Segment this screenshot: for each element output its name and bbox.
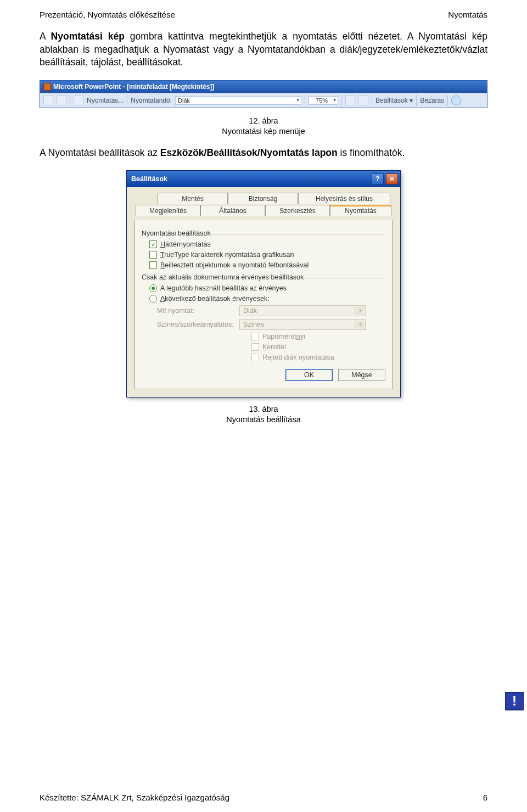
tab-panel-nyomtatas: Nyomtatási beállítások ✓ Háttérnyomtatás…	[134, 220, 393, 389]
dialog-close-button[interactable]: ✕	[386, 173, 398, 184]
printer-icon[interactable]	[74, 96, 83, 105]
help-icon[interactable]	[451, 96, 461, 105]
close-button[interactable]: Bezárás	[420, 97, 444, 104]
radio-following-row[interactable]: Akövetkező beállítások érvényesek:	[149, 295, 385, 303]
powerpoint-icon	[43, 83, 51, 91]
figure-13-caption: 13. ábra Nyomtatás beállítása	[40, 404, 487, 425]
tab-helyesiras[interactable]: Helyesírás és stílus	[298, 193, 390, 204]
tab-altalanos[interactable]: Általános	[200, 205, 265, 216]
powerpoint-titlebar: Microsoft PowerPoint - [mintafeladat [Me…	[40, 81, 487, 93]
tab-nyomtatas[interactable]: Nyomtatás	[330, 205, 391, 216]
combo-szines: Színes▾	[239, 319, 366, 330]
checkbox-embedded-objects-row[interactable]: Beillesztett objektumok a nyomtató felbo…	[149, 261, 385, 269]
checkbox-background-print-row[interactable]: ✓ Háttérnyomtatás	[149, 240, 385, 248]
print-button[interactable]: Nyomtatás...	[87, 97, 124, 104]
dialog-tabs: Mentés Biztonság Helyesírás és stílus Me…	[134, 193, 393, 220]
radio-last-used[interactable]	[149, 284, 157, 292]
checkbox-truetype-row[interactable]: TrueType karakterek nyomtatása grafikusa…	[149, 251, 385, 259]
cancel-button[interactable]: Mégse	[338, 369, 385, 381]
footer-left: Készítette: SZÁMALK Zrt, Szakképzési Iga…	[40, 793, 229, 802]
row-mit-nyomtat: Mit nyomtat: Diák▾	[157, 305, 385, 316]
settings-button[interactable]: Beállítások ▾	[375, 97, 413, 104]
tab-szerkesztes[interactable]: Szerkesztés	[265, 205, 330, 216]
tab-megjelenites[interactable]: Megjelenítés	[136, 205, 200, 216]
page-header-left: Prezentáció, Nyomtatás előkészítése	[40, 10, 175, 19]
radio-following[interactable]	[149, 295, 157, 303]
options-dialog: Beállítások ? ✕ Mentés Biztonság Helyesí…	[126, 170, 401, 397]
ok-button[interactable]: OK	[285, 369, 333, 381]
checkbox-papersize	[251, 333, 259, 340]
powerpoint-preview-window: Microsoft PowerPoint - [mintafeladat [Me…	[40, 80, 487, 108]
attention-icon: !	[505, 692, 524, 710]
toolbar-icon-prev[interactable]	[43, 96, 53, 105]
checkbox-hidden-slides-row: Rejtett diák nyomtatása	[251, 354, 385, 361]
group-doc-settings: Csak az aktuális dokumentumra érvényes b…	[142, 273, 385, 281]
radio-last-used-row[interactable]: A legutóbb használt beállítás az érvénye…	[149, 284, 385, 292]
checkbox-frame-row: Kerettel	[251, 343, 385, 351]
paragraph-1: A Nyomtatási kép gombra kattintva megtek…	[40, 30, 487, 69]
tab-biztonsag[interactable]: Biztonság	[228, 193, 298, 204]
dialog-help-button[interactable]: ?	[372, 173, 384, 184]
toolbar-icon-next[interactable]	[57, 96, 66, 105]
checkbox-hidden-slides	[251, 354, 259, 361]
page-header-right: Nyomtatás	[448, 10, 487, 19]
footer-page-number: 6	[483, 793, 487, 802]
printable-dropdown[interactable]: Diák	[175, 96, 301, 105]
orientation-landscape-icon[interactable]	[358, 96, 368, 105]
checkbox-truetype[interactable]	[149, 251, 157, 259]
checkbox-background-print[interactable]: ✓	[149, 240, 157, 248]
dialog-titlebar: Beállítások ? ✕	[127, 171, 400, 187]
group-print-settings: Nyomtatási beállítások	[142, 229, 385, 237]
figure-12-caption: 12. ábra Nyomtatási kép menüje	[40, 116, 487, 137]
paragraph-2: A Nyomtatási beállítások az Eszközök/Beá…	[40, 147, 487, 160]
printable-label: Nyomtatandó:	[131, 97, 172, 104]
row-szines: Színes/szürkeárnyalatos: Színes▾	[157, 319, 385, 330]
orientation-portrait-icon[interactable]	[345, 96, 355, 105]
powerpoint-toolbar: Nyomtatás... Nyomtatandó: Diák 75% Beáll…	[40, 93, 487, 108]
tab-mentes[interactable]: Mentés	[158, 193, 228, 204]
combo-mit-nyomtat: Diák▾	[239, 305, 366, 316]
checkbox-frame	[251, 343, 259, 351]
zoom-dropdown[interactable]: 75%	[309, 96, 338, 105]
checkbox-papersize-row: Papírméretnyi	[251, 333, 385, 340]
checkbox-embedded-objects[interactable]	[149, 261, 157, 269]
